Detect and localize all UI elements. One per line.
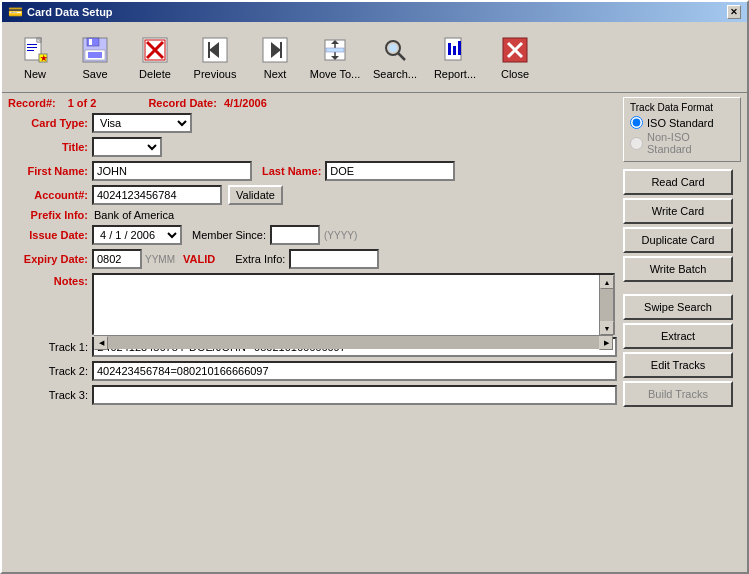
iso-label: ISO Standard <box>647 117 714 129</box>
save-button[interactable]: Save <box>66 26 124 88</box>
svg-rect-5 <box>27 50 34 51</box>
delete-label: Delete <box>139 68 171 80</box>
notes-scroll-left[interactable]: ◀ <box>94 336 108 350</box>
issue-date-row: Issue Date: 4 / 1 / 2006 Member Since: (… <box>8 225 617 245</box>
track3-row: Track 3: <box>8 385 617 405</box>
report-button[interactable]: Report... <box>426 26 484 88</box>
expiry-date-row: Expiry Date: YYMM VALID Extra Info: <box>8 249 617 269</box>
close-button[interactable]: Close <box>486 26 544 88</box>
notes-scroll-right[interactable]: ▶ <box>599 336 613 350</box>
close-label: Close <box>501 68 529 80</box>
last-name-input[interactable] <box>325 161 455 181</box>
notes-label: Notes: <box>8 275 88 287</box>
next-label: Next <box>264 68 287 80</box>
move-to-icon <box>319 34 351 66</box>
record-date-label: Record Date: 4/1/2006 <box>148 97 266 109</box>
member-since-input[interactable] <box>270 225 320 245</box>
validate-button[interactable]: Validate <box>228 185 283 205</box>
first-name-label: First Name: <box>8 165 88 177</box>
card-type-label: Card Type: <box>8 117 88 129</box>
track2-row: Track 2: <box>8 361 617 381</box>
iso-radio[interactable] <box>630 116 643 129</box>
edit-tracks-button[interactable]: Edit Tracks <box>623 352 733 378</box>
next-button[interactable]: Next <box>246 26 304 88</box>
move-to-button[interactable]: Move To... <box>306 26 364 88</box>
report-label: Report... <box>434 68 476 80</box>
notes-textarea[interactable] <box>94 275 599 335</box>
notes-scroll-down[interactable]: ▼ <box>600 321 614 335</box>
close-icon <box>499 34 531 66</box>
last-name-label: Last Name: <box>262 165 321 177</box>
next-icon <box>259 34 291 66</box>
notes-container: ▲ ▼ ◀ ▶ <box>92 273 615 335</box>
card-type-select[interactable]: Visa MasterCard Amex Discover <box>92 113 192 133</box>
issue-date-label: Issue Date: <box>8 229 88 241</box>
move-to-label: Move To... <box>310 68 361 80</box>
search-button[interactable]: Search... <box>366 26 424 88</box>
svg-rect-22 <box>280 42 282 58</box>
track3-input[interactable] <box>92 385 617 405</box>
title-label: Title: <box>8 141 88 153</box>
svg-rect-34 <box>458 41 461 55</box>
save-label: Save <box>82 68 107 80</box>
previous-label: Previous <box>194 68 237 80</box>
svg-rect-33 <box>453 46 456 55</box>
track3-label: Track 3: <box>8 389 88 401</box>
write-batch-button[interactable]: Write Batch <box>623 256 733 282</box>
spacer <box>623 285 741 291</box>
previous-button[interactable]: Previous <box>186 26 244 88</box>
title-select[interactable]: Mr. Mrs. Ms. <box>92 137 162 157</box>
svg-rect-12 <box>88 52 102 58</box>
extra-info-label: Extra Info: <box>235 253 285 265</box>
title-bar: 💳 Card Data Setup ✕ <box>2 2 747 22</box>
window-icon: 💳 <box>8 5 23 19</box>
svg-line-29 <box>398 53 405 60</box>
account-row: Account#: Validate <box>8 185 617 205</box>
prefix-info-row: Prefix Info: Bank of America <box>8 209 617 221</box>
form-panel: Record#: 1 of 2 Record Date: 4/1/2006 Ca… <box>8 97 617 409</box>
save-icon <box>79 34 111 66</box>
duplicate-card-button[interactable]: Duplicate Card <box>623 227 733 253</box>
member-since-hint: (YYYY) <box>324 230 357 241</box>
record-row: Record#: 1 of 2 Record Date: 4/1/2006 <box>8 97 617 109</box>
record-date-value: 4/1/2006 <box>224 97 267 109</box>
track1-label: Track 1: <box>8 341 88 353</box>
member-since-label: Member Since: <box>192 229 266 241</box>
window-title: Card Data Setup <box>27 6 113 18</box>
non-iso-label: Non-ISO Standard <box>647 131 734 155</box>
account-input[interactable] <box>92 185 222 205</box>
iso-radio-row: ISO Standard <box>630 116 734 129</box>
extract-button[interactable]: Extract <box>623 323 733 349</box>
report-icon <box>439 34 471 66</box>
track2-label: Track 2: <box>8 365 88 377</box>
new-button[interactable]: ★ New <box>6 26 64 88</box>
expiry-date-input[interactable] <box>92 249 142 269</box>
track-data-format-title: Track Data Format <box>630 102 734 113</box>
toolbar: ★ New Save <box>2 22 747 93</box>
track-data-format-box: Track Data Format ISO Standard Non-ISO S… <box>623 97 741 162</box>
name-row: First Name: Last Name: <box>8 161 617 181</box>
title-bar-left: 💳 Card Data Setup <box>8 5 113 19</box>
svg-rect-10 <box>89 39 92 45</box>
prefix-info-value: Bank of America <box>94 209 174 221</box>
window-close-button[interactable]: ✕ <box>727 5 741 19</box>
write-card-button[interactable]: Write Card <box>623 198 733 224</box>
issue-date-select[interactable]: 4 / 1 / 2006 <box>92 225 182 245</box>
notes-scroll-up[interactable]: ▲ <box>600 275 614 289</box>
svg-rect-27 <box>326 48 344 52</box>
read-card-button[interactable]: Read Card <box>623 169 733 195</box>
right-panel: Track Data Format ISO Standard Non-ISO S… <box>623 97 741 409</box>
track2-input[interactable] <box>92 361 617 381</box>
valid-badge: VALID <box>183 253 215 265</box>
new-icon: ★ <box>19 34 51 66</box>
non-iso-radio-row: Non-ISO Standard <box>630 131 734 155</box>
non-iso-radio[interactable] <box>630 137 643 150</box>
prefix-info-label: Prefix Info: <box>8 209 88 221</box>
extra-info-input[interactable] <box>289 249 379 269</box>
delete-button[interactable]: Delete <box>126 26 184 88</box>
build-tracks-button[interactable]: Build Tracks <box>623 381 733 407</box>
first-name-input[interactable] <box>92 161 252 181</box>
expiry-date-label: Expiry Date: <box>8 253 88 265</box>
swipe-search-button[interactable]: Swipe Search <box>623 294 733 320</box>
account-label: Account#: <box>8 189 88 201</box>
